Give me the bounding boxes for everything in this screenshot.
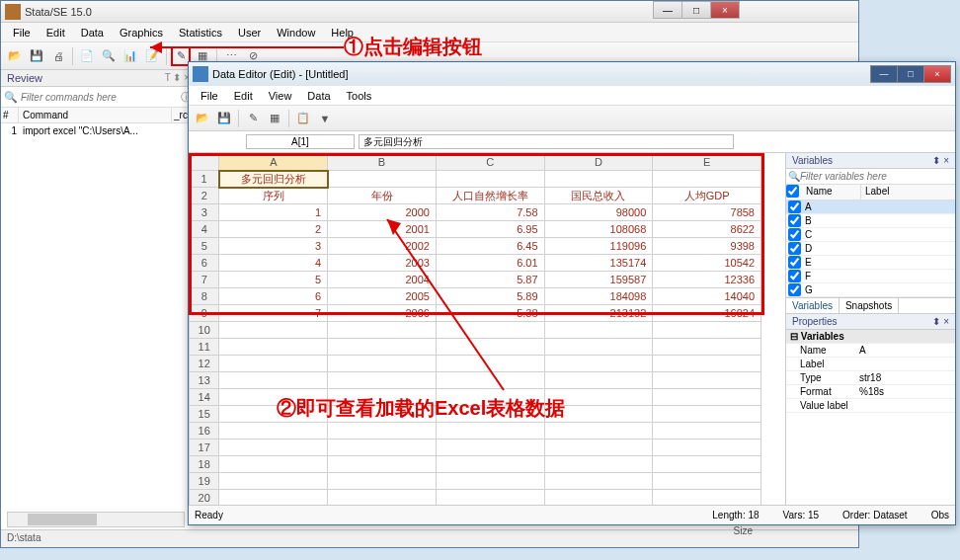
cell[interactable] xyxy=(219,389,328,406)
row-header[interactable]: 15 xyxy=(190,406,219,423)
variable-row[interactable]: F xyxy=(786,270,955,283)
cell[interactable] xyxy=(653,339,761,356)
var-checkbox[interactable] xyxy=(788,283,801,296)
col-header[interactable]: B xyxy=(328,154,437,171)
row-header[interactable]: 17 xyxy=(190,440,219,456)
cell[interactable] xyxy=(328,456,437,473)
cell[interactable]: 9398 xyxy=(653,238,761,255)
ed-menu-view[interactable]: View xyxy=(261,88,300,104)
cell[interactable] xyxy=(219,456,328,473)
vars-controls[interactable]: ⬍ × xyxy=(932,155,949,166)
cell[interactable]: 5.89 xyxy=(436,288,544,305)
col-header[interactable]: C xyxy=(436,154,544,171)
cell[interactable] xyxy=(653,490,761,506)
cell[interactable]: 2000 xyxy=(328,204,437,221)
row-header[interactable]: 12 xyxy=(190,356,219,372)
menu-edit[interactable]: Edit xyxy=(39,25,73,40)
cell[interactable]: 8622 xyxy=(653,221,761,238)
cell[interactable] xyxy=(544,322,653,339)
row-header[interactable]: 6 xyxy=(190,255,219,272)
cell[interactable]: 5.87 xyxy=(436,272,544,288)
cell[interactable]: 12336 xyxy=(653,272,761,288)
var-checkbox[interactable] xyxy=(788,200,801,213)
cell[interactable] xyxy=(653,473,761,490)
cell[interactable]: 7.58 xyxy=(436,204,544,221)
cell[interactable]: 7858 xyxy=(653,204,761,221)
cell[interactable] xyxy=(328,473,437,490)
tab-snapshots[interactable]: Snapshots xyxy=(840,298,899,313)
row-header[interactable]: 5 xyxy=(190,238,219,255)
property-row[interactable]: Format%18s xyxy=(786,385,955,399)
menu-help[interactable]: Help xyxy=(323,25,361,40)
print-icon[interactable]: 🖨 xyxy=(48,46,68,66)
menu-file[interactable]: File xyxy=(5,25,39,40)
cell[interactable]: 6.45 xyxy=(436,238,544,255)
menu-user[interactable]: User xyxy=(230,25,269,40)
ed-menu-file[interactable]: File xyxy=(193,88,226,104)
cell[interactable]: 2002 xyxy=(328,238,437,255)
variable-row[interactable]: C xyxy=(786,228,955,242)
cell[interactable]: 159587 xyxy=(544,272,653,288)
editor-minimize[interactable]: — xyxy=(870,65,898,83)
cell[interactable]: 2006 xyxy=(328,305,437,322)
ed-menu-edit[interactable]: Edit xyxy=(226,88,261,104)
row-header[interactable]: 19 xyxy=(190,473,219,490)
cell[interactable] xyxy=(328,356,437,372)
menu-data[interactable]: Data xyxy=(73,25,112,40)
var-checkbox[interactable] xyxy=(788,270,801,282)
cell[interactable] xyxy=(653,356,761,372)
cell[interactable] xyxy=(653,322,761,339)
cell[interactable] xyxy=(328,490,437,506)
cell[interactable] xyxy=(219,490,328,506)
tab-variables[interactable]: Variables xyxy=(786,298,840,313)
row-header[interactable]: 18 xyxy=(190,456,219,473)
cell[interactable] xyxy=(219,473,328,490)
cell[interactable] xyxy=(544,456,653,473)
menu-window[interactable]: Window xyxy=(269,25,323,40)
cell[interactable] xyxy=(436,456,544,473)
var-checkbox[interactable] xyxy=(788,214,801,227)
vars-search-input[interactable] xyxy=(800,171,953,182)
cell[interactable]: 6.01 xyxy=(436,255,544,272)
cell[interactable] xyxy=(436,440,544,456)
cell[interactable]: 135174 xyxy=(544,255,653,272)
col-header[interactable]: A xyxy=(219,154,328,171)
cell-value-input[interactable] xyxy=(359,134,734,149)
cell[interactable] xyxy=(436,372,544,389)
cell[interactable] xyxy=(544,171,653,188)
cell[interactable]: 119096 xyxy=(544,238,653,255)
cell[interactable]: 2 xyxy=(219,221,328,238)
log-icon[interactable]: 📄 xyxy=(77,46,97,66)
cell[interactable] xyxy=(436,423,544,440)
review-search-input[interactable] xyxy=(19,91,178,104)
var-checkbox[interactable] xyxy=(788,242,801,255)
ed-browse-icon[interactable]: ▦ xyxy=(265,109,284,128)
col-header[interactable]: D xyxy=(544,154,653,171)
ed-menu-tools[interactable]: Tools xyxy=(339,88,380,104)
cell[interactable]: 10542 xyxy=(653,255,761,272)
cell[interactable]: 2003 xyxy=(328,255,437,272)
cell[interactable]: 2005 xyxy=(328,288,437,305)
viewer-icon[interactable]: 🔍 xyxy=(99,46,119,66)
dofile-icon[interactable]: 📝 xyxy=(142,46,162,66)
ed-open-icon[interactable]: 📂 xyxy=(193,109,212,128)
cell[interactable]: 年份 xyxy=(328,188,437,204)
cell[interactable] xyxy=(219,372,328,389)
cell[interactable]: 7 xyxy=(219,305,328,322)
panel-controls[interactable]: T ⬍ × xyxy=(165,72,190,84)
variable-row[interactable]: A xyxy=(786,200,955,214)
ed-menu-data[interactable]: Data xyxy=(299,88,338,104)
ed-save-icon[interactable]: 💾 xyxy=(214,109,234,128)
ed-filter-icon[interactable]: ▼ xyxy=(315,109,335,128)
search-icon[interactable]: 🔍 xyxy=(3,89,19,105)
cell[interactable] xyxy=(653,456,761,473)
cell[interactable]: 6 xyxy=(219,288,328,305)
property-row[interactable]: Label xyxy=(786,358,955,371)
property-row[interactable]: Typestr18 xyxy=(786,371,955,385)
variable-row[interactable]: D xyxy=(786,242,955,256)
cell[interactable] xyxy=(544,490,653,506)
cell[interactable] xyxy=(219,322,328,339)
cell[interactable]: 14040 xyxy=(653,288,761,305)
cell[interactable]: 人均GDP xyxy=(653,188,761,204)
row-header[interactable]: 4 xyxy=(190,221,219,238)
